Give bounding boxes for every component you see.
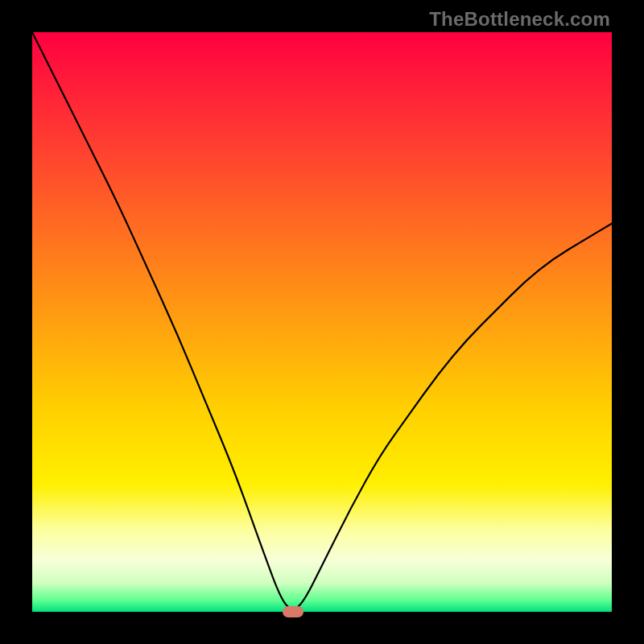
plot-area bbox=[32, 32, 612, 612]
optimum-marker bbox=[283, 606, 303, 617]
bottleneck-curve bbox=[32, 32, 612, 612]
chart-container: TheBottleneck.com bbox=[0, 0, 644, 644]
watermark-text: TheBottleneck.com bbox=[429, 8, 610, 31]
